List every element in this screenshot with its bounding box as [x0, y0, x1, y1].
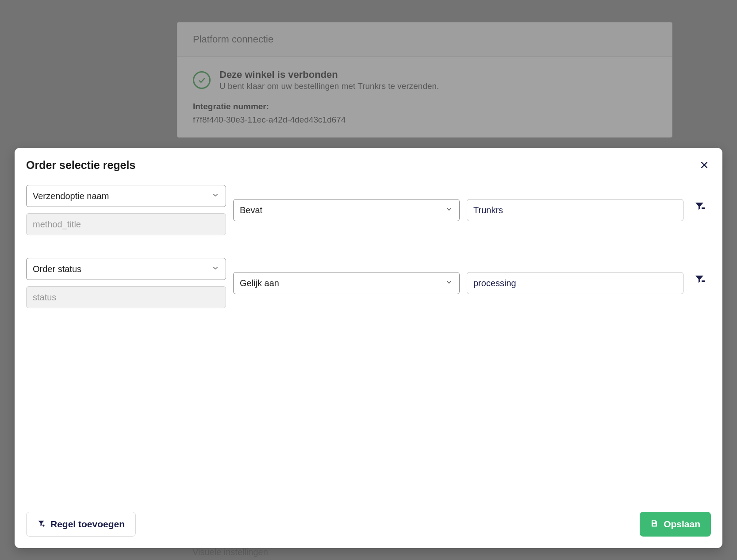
add-rule-label: Regel toevoegen — [50, 519, 125, 529]
operator-select-label: Bevat — [240, 205, 262, 215]
chevron-down-icon — [211, 191, 219, 201]
chevron-down-icon — [445, 278, 453, 288]
filter-remove-icon[interactable] — [694, 274, 705, 286]
field-select[interactable]: Order status — [26, 258, 226, 280]
operator-select[interactable]: Bevat — [233, 199, 460, 221]
chevron-down-icon — [211, 264, 219, 274]
field-key-display: status — [26, 286, 226, 308]
operator-select[interactable]: Gelijk aan — [233, 272, 460, 294]
rule-row: Order status status Gelijk aan — [26, 258, 711, 320]
filter-remove-icon[interactable] — [694, 201, 705, 213]
field-select-label: Order status — [33, 264, 81, 274]
save-button[interactable]: Opslaan — [640, 512, 711, 537]
chevron-down-icon — [445, 205, 453, 215]
modal-title: Order selectie regels — [26, 159, 135, 172]
filter-add-icon — [37, 519, 45, 529]
value-input[interactable] — [467, 272, 683, 294]
close-button[interactable] — [698, 158, 711, 172]
rule-row: Verzendoptie naam method_title Bevat — [26, 185, 711, 247]
svg-rect-3 — [702, 280, 705, 282]
rules-list: Verzendoptie naam method_title Bevat — [26, 185, 711, 512]
field-select-label: Verzendoptie naam — [33, 191, 109, 201]
field-key-display: method_title — [26, 213, 226, 235]
svg-rect-2 — [702, 207, 705, 209]
add-rule-button[interactable]: Regel toevoegen — [26, 512, 136, 537]
order-rules-modal: Order selectie regels Verzendoptie naam … — [15, 148, 722, 548]
operator-select-label: Gelijk aan — [240, 278, 279, 288]
field-select[interactable]: Verzendoptie naam — [26, 185, 226, 207]
value-input[interactable] — [467, 199, 683, 221]
save-icon — [650, 519, 658, 529]
save-label: Opslaan — [664, 519, 700, 529]
